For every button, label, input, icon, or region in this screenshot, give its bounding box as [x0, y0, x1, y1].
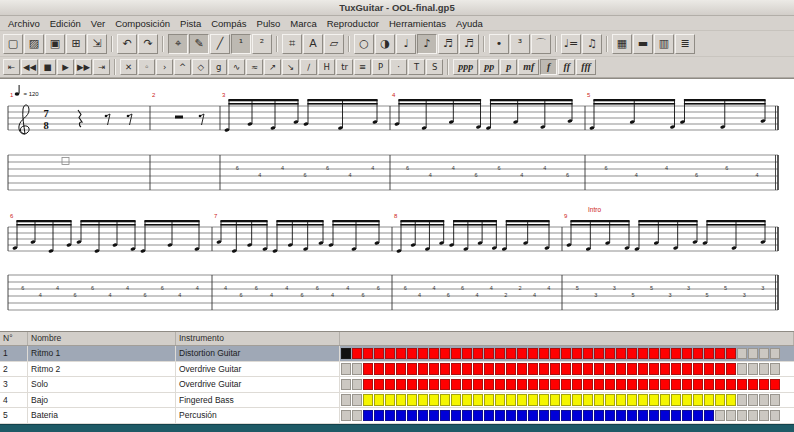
- measure-cell[interactable]: [561, 379, 571, 391]
- measure-cell[interactable]: [363, 348, 373, 360]
- measure-cell[interactable]: [627, 394, 637, 406]
- dynamic-mf-button[interactable]: mf: [518, 59, 539, 75]
- measure-cell[interactable]: [440, 394, 450, 406]
- tapping-button[interactable]: T: [408, 59, 425, 75]
- tie-note-button[interactable]: ⌒: [531, 34, 551, 54]
- measure-cell[interactable]: [517, 348, 527, 360]
- measure-cell[interactable]: [440, 410, 450, 422]
- measure-cell[interactable]: [418, 348, 428, 360]
- measure-cell[interactable]: [704, 348, 714, 360]
- undo-button[interactable]: ↶: [117, 34, 137, 54]
- measure-cell[interactable]: [473, 348, 483, 360]
- measure-cell[interactable]: [396, 394, 406, 406]
- duration-eighth-button[interactable]: ♪: [417, 34, 437, 54]
- measure-cell[interactable]: [495, 363, 505, 375]
- measure-cell[interactable]: [517, 363, 527, 375]
- harmonic-button[interactable]: ◇: [192, 59, 209, 75]
- track-row[interactable]: 3SoloOverdrive Guitar: [0, 377, 794, 393]
- duration-sixteenth-button[interactable]: ♬: [438, 34, 458, 54]
- measure-cell[interactable]: [649, 379, 659, 391]
- measure-cell[interactable]: [572, 379, 582, 391]
- measure-cell[interactable]: [627, 410, 637, 422]
- measure-cell[interactable]: [429, 379, 439, 391]
- measure-cell[interactable]: [506, 379, 516, 391]
- measure-cell[interactable]: [462, 363, 472, 375]
- bend-button[interactable]: ↗: [264, 59, 281, 75]
- measure-cell[interactable]: [539, 379, 549, 391]
- track-row[interactable]: 1Ritmo 1Distortion Guitar: [0, 346, 794, 362]
- measure-cell[interactable]: [495, 410, 505, 422]
- measure-cell[interactable]: [693, 410, 703, 422]
- measure-cell[interactable]: [682, 363, 692, 375]
- measure-cell[interactable]: [616, 379, 626, 391]
- measure-cell[interactable]: [759, 363, 769, 375]
- measure-cell[interactable]: [484, 379, 494, 391]
- measure-cell[interactable]: [583, 394, 593, 406]
- slide-button[interactable]: ∕: [300, 59, 317, 75]
- measure-cell[interactable]: [440, 379, 450, 391]
- ghost-note-button[interactable]: ◦: [138, 59, 155, 75]
- measure-cell[interactable]: [385, 394, 395, 406]
- measure-cell[interactable]: [583, 379, 593, 391]
- stop-button[interactable]: ■: [39, 59, 56, 75]
- measure-cell[interactable]: [594, 394, 604, 406]
- measure-cell[interactable]: [374, 410, 384, 422]
- measure-cell[interactable]: [506, 348, 516, 360]
- measure-cell[interactable]: [363, 394, 373, 406]
- measure-cell[interactable]: [550, 348, 560, 360]
- measure-cell[interactable]: [495, 379, 505, 391]
- measure-cell[interactable]: [627, 348, 637, 360]
- measure-cell[interactable]: [748, 410, 758, 422]
- insert-chord-button[interactable]: ⌗: [282, 34, 302, 54]
- wide-vibrato-button[interactable]: ≈: [246, 59, 263, 75]
- measure-cell[interactable]: [649, 363, 659, 375]
- measure-cell[interactable]: [671, 410, 681, 422]
- measure-cell[interactable]: [638, 348, 648, 360]
- measure-cell[interactable]: [341, 363, 351, 375]
- measure-cell[interactable]: [594, 363, 604, 375]
- vibrato-button[interactable]: ∿: [228, 59, 245, 75]
- measure-cell[interactable]: [638, 379, 648, 391]
- measure-cell[interactable]: [385, 410, 395, 422]
- track-row[interactable]: 5BateriaPercusión: [0, 408, 794, 424]
- measure-cell[interactable]: [748, 363, 758, 375]
- voice-1-button[interactable]: ¹: [231, 34, 251, 54]
- measure-cell[interactable]: [506, 410, 516, 422]
- measure-cell[interactable]: [704, 379, 714, 391]
- measure-cell[interactable]: [715, 363, 725, 375]
- menu-pulso[interactable]: Pulso: [252, 18, 286, 29]
- measure-cell[interactable]: [528, 379, 538, 391]
- measure-cell[interactable]: [583, 348, 593, 360]
- measure-cell[interactable]: [341, 410, 351, 422]
- dead-note-button[interactable]: ✕: [120, 59, 137, 75]
- measure-cell[interactable]: [374, 363, 384, 375]
- measure-cell[interactable]: [473, 410, 483, 422]
- caret-mode-button[interactable]: ⌖: [168, 34, 188, 54]
- measure-cell[interactable]: [759, 410, 769, 422]
- measure-cell[interactable]: [616, 348, 626, 360]
- measure-cell[interactable]: [539, 363, 549, 375]
- menu-reproductor[interactable]: Reproductor: [322, 18, 384, 29]
- measure-cell[interactable]: [649, 410, 659, 422]
- dynamic-pp-button[interactable]: pp: [479, 59, 499, 75]
- rewind-button[interactable]: ◀◀: [21, 59, 38, 75]
- measure-cell[interactable]: [473, 363, 483, 375]
- measure-cell[interactable]: [517, 379, 527, 391]
- measure-cell[interactable]: [396, 363, 406, 375]
- play-button[interactable]: ▶: [57, 59, 74, 75]
- dynamic-p-button[interactable]: p: [500, 59, 517, 75]
- measure-cell[interactable]: [429, 363, 439, 375]
- dynamic-ppp-button[interactable]: ppp: [453, 59, 478, 75]
- measure-cell[interactable]: [396, 379, 406, 391]
- measure-cell[interactable]: [583, 410, 593, 422]
- measure-cell[interactable]: [352, 394, 362, 406]
- menu-compas[interactable]: Compás: [206, 18, 251, 29]
- print-song-button[interactable]: ⊞: [66, 34, 86, 54]
- measure-cell[interactable]: [341, 379, 351, 391]
- clipboard-button[interactable]: ▱: [324, 34, 344, 54]
- measure-cell[interactable]: [341, 394, 351, 406]
- measure-cell[interactable]: [748, 379, 758, 391]
- measure-cell[interactable]: [748, 348, 758, 360]
- measure-cell[interactable]: [693, 379, 703, 391]
- new-song-button[interactable]: ▢: [3, 34, 23, 54]
